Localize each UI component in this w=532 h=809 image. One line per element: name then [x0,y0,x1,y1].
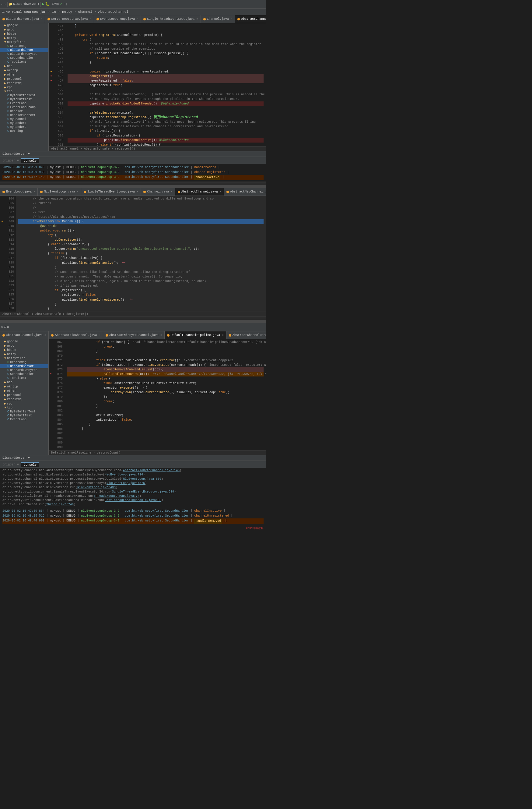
project-name[interactable]: DiscardServer [13,2,37,6]
sidebar-item-hbase-bot[interactable]: ▶ hbase [0,348,48,352]
sidebar-item-bytebuffertest-bot[interactable]: C ByteBufferTest [0,410,48,414]
tab-nioeventloop[interactable]: NioEventLoop.java × [38,188,81,196]
sidebar-item-netty[interactable]: ▶ netty [0,36,48,40]
debug-icon[interactable]: 🐛 [45,2,50,6]
git-check[interactable]: ✓ [60,2,63,6]
sidebar-item-discardtwobytes[interactable]: C DiscardTwoBytes [0,52,48,56]
tab-abstracthandlercontext[interactable]: AbstractChannelHandlerContext.java × [227,331,266,339]
sidebar-item-handler[interactable]: C Handler [0,109,48,113]
sidebar-item-myhander2[interactable]: C MyHander2 [0,125,48,129]
stack-link[interactable]: AbstractNioByteChannel.java:146 [123,469,180,472]
sidebar-item-tcp[interactable]: ▼ tcp [0,89,48,93]
sidebar-item-eventloop[interactable]: C EventLoop [0,101,48,105]
close-icon[interactable]: × [99,334,100,337]
stack-link[interactable]: FastThreadLocalRunnable.java:30 [105,499,161,502]
close-icon[interactable]: × [45,334,46,337]
sidebar-item-bytebuffertest[interactable]: C ByteBufferTest [0,93,48,98]
sidebar-item-ddilog[interactable]: C DDI_log [0,129,48,133]
sidebar-item-rabbitmq-bot[interactable]: ▶ rabbitmq [0,397,48,401]
sidebar-item-createmsg[interactable]: C CreateMsg [0,44,48,48]
tab-discard-server[interactable]: DiscardServer.java × [0,15,45,23]
tab-channel-mid[interactable]: Channel.java × [141,188,175,196]
close-icon[interactable]: × [34,190,35,193]
tab-abstractniobyte-bot[interactable]: AbstractNioByteChannel.java × [103,331,165,339]
tab-eventloop-group[interactable]: EventLoopGroup.java × [94,15,141,23]
tab-abstractniochannel-bot[interactable]: AbstractNioChannel.java × [49,331,103,339]
close-icon[interactable]: × [220,190,221,193]
close-icon[interactable]: × [196,18,198,21]
sidebar-item-tcp-bot[interactable]: ▼ tcp [0,406,48,410]
settings-icon[interactable]: ⚙ [1,325,3,329]
close-icon[interactable]: × [137,190,138,193]
close-icon[interactable]: × [160,334,162,337]
sidebar-item-rpc[interactable]: ▶ rpc [0,85,48,89]
console-tab-bottom[interactable]: Console [21,462,39,467]
tab-defaultchannelpipeline[interactable]: DefaultChannelPipeline.java × [165,331,226,339]
tab-abstractchannel-mid[interactable]: AbstractChannel.java × [175,188,224,196]
close-icon[interactable]: × [77,190,78,193]
tab-single-thread[interactable]: SingleThreadEventLoop.java × [141,15,200,23]
sidebar-item-other-bot[interactable]: ▶ other [0,389,48,393]
sidebar-item-myhander1[interactable]: C MyHander1 [0,121,48,125]
sidebar-item-bytebufftest[interactable]: C ByteBuffTest [0,98,48,101]
tab-abstractniochannel-mid[interactable]: AbstractNioChannel.java × [224,188,266,196]
tab-singlethread-mid[interactable]: SingleThreadEventLoop.java × [81,188,141,196]
code-area-middle[interactable]: // the deregister operation this could l… [16,196,266,312]
sidebar-item-handlercontext[interactable]: C HandlerContext [0,113,48,117]
code-area-top[interactable]: } private void register0(ChannelPromise … [65,23,266,146]
layout-icon[interactable]: ⊞ [4,325,6,329]
stack-link[interactable]: NioEventLoop.java:650 [123,477,161,481]
stack-link[interactable]: ThreadExecutorMap.java:74 [94,494,139,498]
sidebar-item-discardserver-bot[interactable]: C DiscardServer [0,364,48,368]
tab-server-bootstrap[interactable]: ServerBootstrap.java × [45,15,94,23]
console-tab[interactable]: Console [21,158,39,163]
sidebar-item-okhttp-bot[interactable]: ▶ okhttp [0,384,48,389]
sidebar-item-secondhandler-bot[interactable]: C SecondHandler [0,372,48,376]
stack-link[interactable]: NioEventLoop.java:714 [105,473,143,476]
run-icon[interactable]: ▶ [42,2,44,6]
tab-abstractchannel-bot[interactable]: AbstractChannel.java × [0,331,49,339]
stack-link[interactable]: NioEventLoop.java:493 [77,486,116,489]
sidebar-item-eventloop-bot[interactable]: C EventLoop [0,418,48,421]
sidebar-item-mychannel[interactable]: C MyChannel [0,117,48,121]
stack-link[interactable]: NioEventLoop.java:576 [107,482,145,485]
close-icon[interactable]: × [41,18,42,21]
git-up[interactable]: ↑ [63,2,65,6]
sidebar-item-tcpclient[interactable]: C TcpClient [0,60,48,64]
sidebar-item-eventloopgroup[interactable]: C EventLoopGroup [0,105,48,109]
close-icon[interactable]: × [89,18,91,21]
sidebar-item-tcpclient-bot[interactable]: C TcpClient [0,376,48,380]
forward-icon[interactable]: → [4,2,6,6]
sidebar-item-nettyfirst[interactable]: ▼ nettyfirst [0,40,48,44]
sidebar-item-protocol[interactable]: ▶ protocol [0,77,48,81]
tab-eventloop[interactable]: EventLoop.java × [0,188,38,196]
back-icon[interactable]: ← [1,2,3,6]
sidebar-item-nio[interactable]: ▶ nio [0,64,48,68]
sidebar-item-protocol-bot[interactable]: ▶ protocol [0,393,48,397]
tab-channel[interactable]: Channel.java × [201,15,235,23]
sidebar-item-createmsg-bot[interactable]: C CreateMsg [0,360,48,364]
sidebar-item-discardserver[interactable]: C DiscardServer [0,48,48,52]
close-icon[interactable]: × [222,334,224,337]
gear-icon[interactable]: ⚙ [7,325,9,329]
sidebar-item-okhttp[interactable]: ▶ okhttp [0,68,48,72]
sidebar-item-grpc-bot[interactable]: ▶ grpc [0,344,48,348]
git-icon[interactable]: SVN: [52,2,60,6]
sidebar-item-google[interactable]: ▶ google [0,23,48,28]
git-down[interactable]: ↓ [66,2,68,6]
sidebar-item-grpc[interactable]: ▶ grpc [0,28,48,32]
tab-abstract-channel[interactable]: AbstractChannel.java × [235,15,266,23]
sidebar-item-other[interactable]: ▶ other [0,72,48,77]
code-area-bottom[interactable]: if (ctx == head) { head: 'ChannelHandler… [65,339,266,450]
sidebar-item-nettyfirst-bot[interactable]: ▼ nettyfirst [0,356,48,360]
sidebar-item-discardtwobytes-bot[interactable]: C DiscardTwoBytes [0,368,48,372]
sidebar-item-bytebufftest-bot[interactable]: C ByteBuffTest [0,414,48,418]
dropdown-icon[interactable]: ▼ [37,2,39,6]
sidebar-item-hbase[interactable]: ▶ hbase [0,32,48,36]
close-icon[interactable]: × [137,18,138,21]
stack-link[interactable]: SingleThreadEventExecutor.java:989 [112,490,174,494]
sidebar-item-nio-bot[interactable]: ▶ nio [0,380,48,384]
close-icon[interactable]: × [171,190,172,193]
close-icon[interactable]: × [231,18,232,21]
sidebar-item-secondhandler[interactable]: C SecondHandler [0,56,48,60]
